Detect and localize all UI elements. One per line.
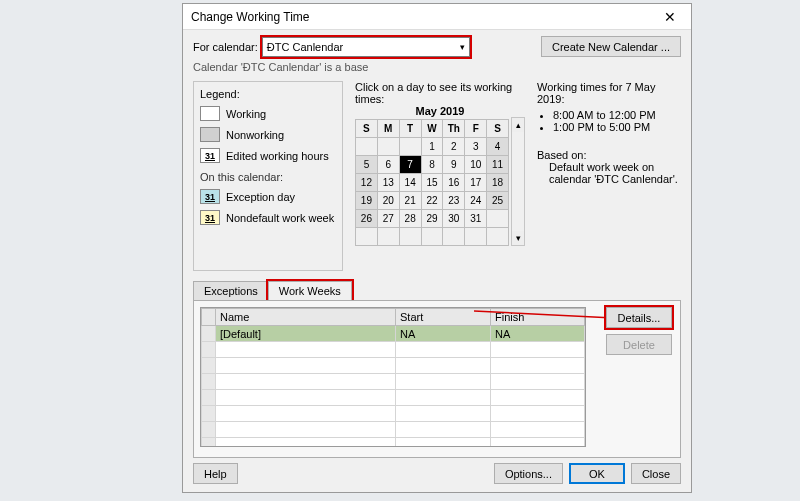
edited-swatch-icon: 31	[200, 148, 220, 163]
calendar-day	[421, 228, 443, 246]
ok-button[interactable]: OK	[569, 463, 625, 484]
calendar-day	[443, 228, 465, 246]
calendar-day[interactable]: 22	[421, 192, 443, 210]
table-row[interactable]	[202, 422, 585, 438]
calendar-day[interactable]: 3	[465, 138, 487, 156]
calendar-day[interactable]: 27	[377, 210, 399, 228]
calendar-day[interactable]: 28	[399, 210, 421, 228]
calendar-day[interactable]: 6	[377, 156, 399, 174]
based-on-label: Based on:	[537, 149, 681, 161]
working-time-item: 8:00 AM to 12:00 PM	[553, 109, 681, 121]
exception-swatch-icon: 31	[200, 189, 220, 204]
based-on-text: Default work week on calendar 'ĐTC Canle…	[549, 161, 681, 185]
delete-button: Delete	[606, 334, 672, 355]
calendar-select[interactable]: ĐTC Canlendar ▾	[262, 37, 470, 57]
calendar-select-value: ĐTC Canlendar	[267, 41, 343, 53]
dialog-title: Change Working Time	[191, 10, 310, 24]
col-finish[interactable]: Finish	[491, 309, 585, 326]
close-button[interactable]: Close	[631, 463, 681, 484]
nonworking-swatch-icon	[200, 127, 220, 142]
calendar-day[interactable]: 21	[399, 192, 421, 210]
close-icon[interactable]: ✕	[653, 7, 687, 27]
col-name[interactable]: Name	[216, 309, 396, 326]
nondefault-swatch-icon: 31	[200, 210, 220, 225]
calendar-day[interactable]: 13	[377, 174, 399, 192]
calendar-day[interactable]: 2	[443, 138, 465, 156]
for-calendar-label: For calendar:	[193, 41, 258, 53]
tabs-section: Exceptions Work Weeks Name Start Finish	[193, 281, 681, 461]
dialog-footer: Help Options... OK Close	[193, 463, 681, 484]
change-working-time-dialog: Change Working Time ✕ For calendar: ĐTC …	[182, 3, 692, 493]
calendar-day[interactable]: 20	[377, 192, 399, 210]
calendar-day	[399, 138, 421, 156]
calendar-day[interactable]: 19	[356, 192, 378, 210]
calendar-day	[377, 138, 399, 156]
calendar-day[interactable]: 31	[465, 210, 487, 228]
calendar-day	[377, 228, 399, 246]
calendar-base-description: Calendar 'ĐTC Canlendar' is a base	[193, 61, 681, 73]
calendar-day[interactable]: 1	[421, 138, 443, 156]
calendar-day[interactable]: 29	[421, 210, 443, 228]
calendar-day	[399, 228, 421, 246]
calendar-day[interactable]: 7	[399, 156, 421, 174]
table-row[interactable]: [Default]NANA	[202, 326, 585, 342]
create-new-calendar-button[interactable]: Create New Calendar ...	[541, 36, 681, 57]
calendar-day[interactable]: 8	[421, 156, 443, 174]
table-row[interactable]	[202, 358, 585, 374]
calendar-day[interactable]: 26	[356, 210, 378, 228]
calendar-day	[465, 228, 487, 246]
table-row[interactable]	[202, 374, 585, 390]
calendar-day[interactable]: 9	[443, 156, 465, 174]
legend-title: Legend:	[200, 88, 336, 100]
details-button[interactable]: Details...	[606, 307, 672, 328]
calendar-day[interactable]: 15	[421, 174, 443, 192]
calendar-day[interactable]: 17	[465, 174, 487, 192]
calendar-month: May 2019	[416, 105, 465, 117]
scroll-down-icon[interactable]: ▾	[512, 231, 524, 245]
calendar-day[interactable]: 4	[487, 138, 509, 156]
tab-exceptions[interactable]: Exceptions	[193, 281, 269, 300]
working-swatch-icon	[200, 106, 220, 121]
help-button[interactable]: Help	[193, 463, 238, 484]
table-row[interactable]	[202, 390, 585, 406]
calendar-day	[487, 210, 509, 228]
calendar-day[interactable]: 11	[487, 156, 509, 174]
calendar-day[interactable]: 5	[356, 156, 378, 174]
calendar-day[interactable]: 14	[399, 174, 421, 192]
legend-box: Legend: Working Nonworking 31Edited work…	[193, 81, 343, 271]
col-start[interactable]: Start	[396, 309, 491, 326]
calendar-day[interactable]: 18	[487, 174, 509, 192]
working-times-panel: Working times for 7 May 2019: 8:00 AM to…	[537, 81, 681, 271]
calendar-scrollbar[interactable]: ▴ ▾	[511, 117, 525, 246]
mini-calendar[interactable]: SMTWThFS 1234567891011121314151617181920…	[355, 119, 509, 246]
chevron-down-icon: ▾	[460, 42, 465, 52]
tab-work-weeks[interactable]: Work Weeks	[268, 281, 352, 300]
calendar-day[interactable]: 23	[443, 192, 465, 210]
calendar-day[interactable]: 10	[465, 156, 487, 174]
calendar-day	[356, 228, 378, 246]
work-weeks-grid[interactable]: Name Start Finish [Default]NANA	[200, 307, 586, 447]
calendar-day[interactable]: 25	[487, 192, 509, 210]
table-row[interactable]	[202, 438, 585, 448]
calendar-day[interactable]: 12	[356, 174, 378, 192]
working-times-header: Working times for 7 May 2019:	[537, 81, 681, 105]
calendar-day[interactable]: 24	[465, 192, 487, 210]
calendar-day	[356, 138, 378, 156]
options-button[interactable]: Options...	[494, 463, 563, 484]
title-bar: Change Working Time ✕	[183, 4, 691, 30]
scroll-up-icon[interactable]: ▴	[512, 118, 524, 132]
calendar-day[interactable]: 16	[443, 174, 465, 192]
calendar-day[interactable]: 30	[443, 210, 465, 228]
table-row[interactable]	[202, 342, 585, 358]
table-row[interactable]	[202, 406, 585, 422]
working-time-item: 1:00 PM to 5:00 PM	[553, 121, 681, 133]
calendar-column: Click on a day to see its working times:…	[355, 81, 525, 271]
calendar-day	[487, 228, 509, 246]
calendar-prompt: Click on a day to see its working times:	[355, 81, 525, 105]
